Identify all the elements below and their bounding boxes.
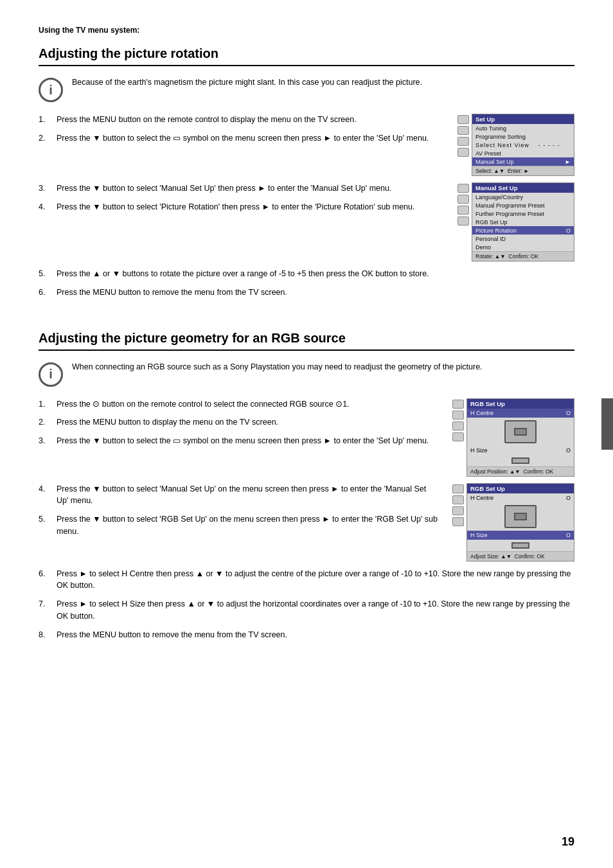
step-num-1-3: 3. [39, 182, 57, 195]
menu4-hcentre-o: O [566, 495, 571, 501]
step-num-1-4: 4. [39, 201, 57, 213]
step-num-1-2: 2. [39, 132, 57, 145]
step-text-1-2: Press the ▼ button to select the ▭ symbo… [57, 132, 445, 145]
menu2-item-3: Further Programme Preset [472, 209, 574, 218]
section-gap [39, 305, 574, 331]
menu1-with-remote: Set Up Auto Tuning Programme Sorting Sel… [458, 114, 574, 176]
step-2-8: 8. Press the MENU button to remove the m… [39, 629, 574, 641]
remote-icon-4c [452, 506, 464, 515]
menu1-item-5-selected: Manual Set Up ► [472, 157, 574, 166]
step-2-2: 2. Press the MENU button to display the … [39, 416, 440, 429]
section1-steps-1-2: 1. Press the MENU button on the remote c… [39, 114, 574, 176]
section2-title: Adjusting the picture geometry for an RG… [39, 331, 574, 351]
menu4-ui: RGB Set Up H Centre O H Size O [466, 483, 574, 562]
remote-icon-3b [452, 411, 464, 420]
info-icon-1: i [39, 78, 63, 102]
page-number: 19 [562, 835, 574, 849]
remote-icon-4b [452, 495, 464, 504]
menu2-item-1: Language/Country [472, 193, 574, 201]
section1-info-text: Because of the earth's magnetism the pic… [72, 76, 422, 89]
section2-steps-left-2: 4. Press the ▼ button to select 'Manual … [39, 483, 440, 544]
menu2-item-2: Manual Programme Preset [472, 201, 574, 209]
step-2-3: 3. Press the ▼ button to select the ▭ sy… [39, 435, 440, 447]
menu3-title: RGB Set Up [467, 399, 574, 409]
section1-title: Adjusting the picture rotation [39, 46, 574, 66]
menu4-hsize-o: O [566, 532, 571, 538]
menu3-hcentre-row: H Centre O [467, 409, 574, 418]
menu3-hsize-o: O [566, 447, 571, 454]
remote-icon-1b [458, 126, 469, 135]
step-1-3: 3. Press the ▼ button to select 'Manual … [39, 182, 445, 195]
step-text-2-6: Press ► to select H Centre then press ▲ … [57, 568, 574, 592]
menu1-container: Set Up Auto Tuning Programme Sorting Sel… [458, 114, 574, 176]
step-2-6: 6. Press ► to select H Centre then press… [39, 568, 574, 592]
info-icon-2: i [39, 362, 63, 387]
step-1-5: 5. Press the ▲ or ▼ buttons to rotate th… [39, 268, 574, 280]
menu2-with-remote: Manual Set Up Language/Country Manual Pr… [458, 182, 574, 261]
remote-icons-3 [452, 400, 464, 443]
menu3-hcentre-label: H Centre [470, 410, 493, 416]
step-num-1-6: 6. [39, 287, 57, 299]
menu3-with-remote: RGB Set Up H Centre O H Size O [452, 398, 574, 477]
step-num-1-5: 5. [39, 268, 57, 280]
menu3-minus-icon-area [467, 455, 574, 466]
remote-icons-4 [452, 484, 464, 528]
step-num-2-6: 6. [39, 568, 57, 592]
step-2-4: 4. Press the ▼ button to select 'Manual … [39, 483, 440, 508]
menu4-footer: Adjust Size: ▲▼ Confirm: OK [467, 551, 574, 561]
step-text-2-4: Press the ▼ button to select 'Manual Set… [57, 483, 440, 508]
step-2-1: 1. Press the ⊙ button on the remote cont… [39, 398, 440, 411]
step-num-2-3: 3. [39, 435, 57, 447]
menu2-item-5-selected: Picture Rotation O [472, 226, 574, 235]
menu1-item-1: Auto Tuning [472, 124, 574, 132]
menu4-tv-screen [504, 505, 537, 528]
remote-icon-1c [458, 137, 469, 146]
step-num-2-4: 4. [39, 483, 57, 508]
menu2-item-4: RGB Set Up [472, 218, 574, 226]
step-1-1: 1. Press the MENU button on the remote c… [39, 114, 445, 126]
step-2-5: 5. Press the ▼ button to select 'RGB Set… [39, 513, 440, 538]
menu4-with-remote: RGB Set Up H Centre O H Size O [452, 483, 574, 562]
remote-icon-1d [458, 148, 469, 157]
step-num-2-2: 2. [39, 416, 57, 429]
menu3-minus-icon [511, 457, 529, 464]
menu2-footer: Rotate: ▲▼ Confirm: OK [472, 251, 574, 261]
page: Using the TV menu system: Adjusting the … [0, 0, 613, 868]
remote-icon-3d [452, 432, 464, 441]
menu3-ui: RGB Set Up H Centre O H Size O [466, 398, 574, 477]
remote-icon-2a [458, 184, 469, 193]
remote-icon-2d [458, 217, 469, 226]
menu4-container: RGB Set Up H Centre O H Size O [452, 483, 574, 562]
menu1-ui: Set Up Auto Tuning Programme Sorting Sel… [472, 114, 574, 176]
menu1-item-2: Programme Sorting [472, 132, 574, 141]
menu3-footer: Adjust Position: ▲▼ Confirm: OK [467, 466, 574, 476]
section2-steps-4-5: 4. Press the ▼ button to select 'Manual … [39, 483, 574, 562]
step-1-4: 4. Press the ▼ button to select 'Picture… [39, 201, 445, 213]
menu2-title: Manual Set Up [472, 183, 574, 193]
menu2-item-5-o: O [566, 227, 571, 234]
step-text-2-7: Press ► to select H Size then press ▲ or… [57, 598, 574, 623]
section2-steps-1-3: 1. Press the ⊙ button on the remote cont… [39, 398, 574, 477]
remote-icon-3a [452, 400, 464, 409]
menu4-hcentre-label: H Centre [470, 495, 493, 501]
menu3-container: RGB Set Up H Centre O H Size O [452, 398, 574, 477]
menu3-inner-rect [514, 428, 527, 436]
step-text-1-6: Press the MENU button to remove the menu… [57, 287, 574, 299]
menu4-inner-rect [514, 513, 527, 520]
step-text-1-1: Press the MENU button on the remote cont… [57, 114, 445, 126]
menu2-container: Manual Set Up Language/Country Manual Pr… [458, 182, 574, 261]
step-num-2-1: 1. [39, 398, 57, 411]
menu4-tv-icon-area [467, 502, 574, 531]
step-1-6: 6. Press the MENU button to remove the m… [39, 287, 574, 299]
menu1-item-4: AV Preset [472, 149, 574, 157]
menu1-footer: Select: ▲▼ Enter: ► [472, 166, 574, 175]
remote-icon-2b [458, 195, 469, 204]
menu1-item-3: Select Next View - - - - - [472, 141, 574, 149]
menu4-hsize-row: H Size O [467, 531, 574, 540]
step-text-1-4: Press the ▼ button to select 'Picture Ro… [57, 201, 445, 213]
remote-icons-2 [458, 184, 469, 227]
menu4-minus-icon [511, 542, 529, 549]
menu3-tv-icon-area [467, 418, 574, 446]
menu4-minus-icon-area [467, 540, 574, 551]
section1-steps-left-2: 3. Press the ▼ button to select 'Manual … [39, 182, 445, 220]
